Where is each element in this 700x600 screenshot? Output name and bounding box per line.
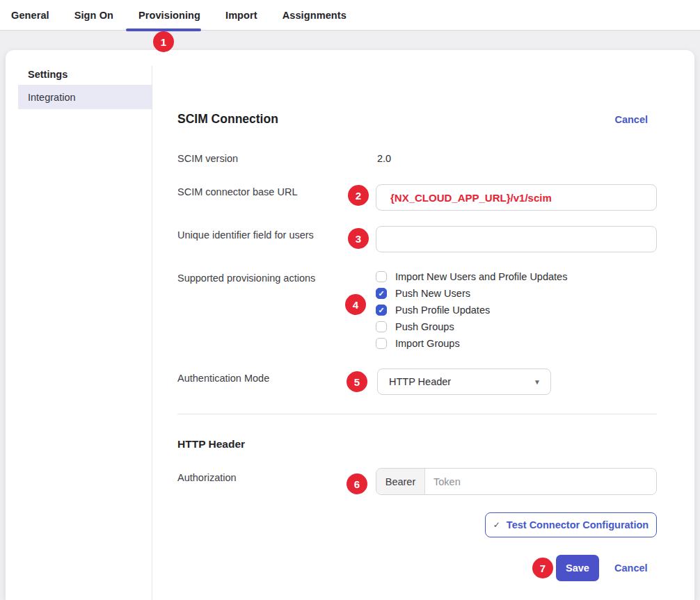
scim-version-label: SCIM version: [177, 153, 238, 164]
annotation-badge-1: 1: [153, 31, 174, 52]
bearer-prefix: Bearer: [376, 469, 425, 494]
base-url-label: SCIM connector base URL: [177, 186, 297, 197]
unique-id-input[interactable]: [376, 226, 657, 252]
chevron-down-icon: ▼: [534, 378, 541, 386]
unique-id-label: Unique identifier field for users: [177, 229, 314, 241]
checkbox-push-groups[interactable]: [376, 321, 387, 332]
save-button[interactable]: Save: [556, 555, 599, 581]
token-input[interactable]: [425, 469, 656, 494]
test-connector-configuration-button[interactable]: ✓ Test Connector Configuration: [485, 512, 657, 537]
checkbox-row-import-groups[interactable]: Import Groups: [376, 338, 567, 349]
sidebar-item-label: Integration: [28, 92, 76, 103]
base-url-input[interactable]: [376, 184, 657, 211]
section-divider: [177, 414, 657, 414]
page-title: SCIM Connection: [177, 112, 278, 127]
checkbox-push-profile-updates[interactable]: [376, 305, 387, 316]
tab-assignments[interactable]: Assignments: [283, 10, 347, 21]
tab-provisioning[interactable]: Provisioning: [138, 10, 200, 21]
checkbox-row-push-groups[interactable]: Push Groups: [376, 321, 567, 332]
checkbox-label: Push New Users: [395, 288, 470, 299]
auth-mode-select[interactable]: HTTP Header ▼: [377, 368, 551, 395]
tab-sign-on[interactable]: Sign On: [74, 10, 113, 21]
authorization-input-group: Bearer: [376, 468, 657, 495]
annotation-badge-5: 5: [347, 371, 367, 392]
cancel-link-top[interactable]: Cancel: [614, 114, 648, 125]
checkbox-label: Import Groups: [395, 338, 460, 349]
tab-general[interactable]: General: [11, 10, 49, 21]
sidebar-divider: [152, 66, 152, 600]
annotation-badge-7: 7: [532, 558, 553, 578]
actions-label: Supported provisioning actions: [177, 273, 315, 284]
check-icon: ✓: [493, 520, 500, 530]
annotation-badge-4: 4: [345, 294, 366, 315]
checkbox-label: Push Profile Updates: [395, 305, 490, 316]
cancel-link-bottom[interactable]: Cancel: [614, 562, 648, 574]
checkbox-import-new-users[interactable]: [376, 271, 387, 282]
tab-bar: General Sign On Provisioning Import Assi…: [0, 0, 700, 31]
auth-mode-selected-value: HTTP Header: [389, 376, 451, 387]
checkbox-row-import-new-users[interactable]: Import New Users and Profile Updates: [376, 271, 567, 282]
checkbox-label: Push Groups: [395, 321, 454, 332]
http-header-section-title: HTTP Header: [177, 438, 245, 451]
authorization-label: Authorization: [177, 472, 237, 483]
sidebar-item-integration[interactable]: Integration: [18, 85, 152, 109]
tab-import[interactable]: Import: [225, 10, 257, 21]
annotation-badge-6: 6: [347, 473, 367, 494]
annotation-badge-3: 3: [348, 228, 369, 249]
checkbox-push-new-users[interactable]: [376, 288, 387, 299]
checkbox-label: Import New Users and Profile Updates: [395, 271, 567, 282]
checkbox-row-push-new-users[interactable]: Push New Users: [376, 288, 567, 299]
test-connector-button-label: Test Connector Configuration: [507, 519, 649, 530]
checkbox-import-groups[interactable]: [376, 338, 387, 349]
annotation-badge-2: 2: [348, 185, 369, 206]
provisioning-actions-group: Import New Users and Profile Updates Pus…: [376, 271, 567, 349]
auth-mode-label: Authentication Mode: [177, 373, 269, 384]
checkbox-row-push-profile-updates[interactable]: Push Profile Updates: [376, 305, 567, 316]
sidebar-section-settings: Settings: [28, 69, 67, 80]
provisioning-panel: Settings Integration SCIM Connection Can…: [6, 50, 694, 600]
scim-version-value: 2.0: [377, 153, 391, 164]
